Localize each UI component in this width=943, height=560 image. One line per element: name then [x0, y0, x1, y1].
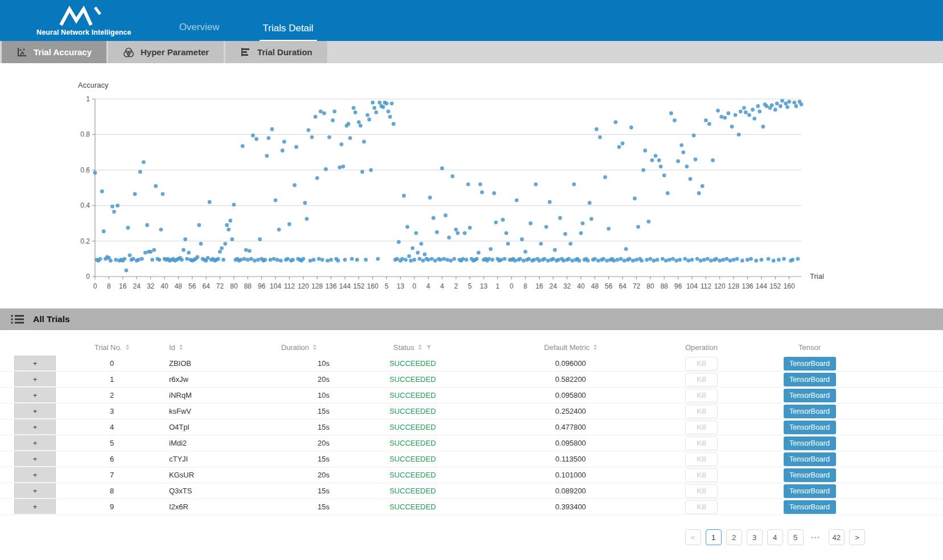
- scatter-point: [230, 237, 234, 241]
- kill-button[interactable]: Kill: [685, 437, 718, 450]
- column-header-status[interactable]: Status: [356, 343, 470, 352]
- scatter-point: [747, 113, 751, 117]
- scatter-point: [348, 136, 352, 140]
- scatter-point: [721, 258, 725, 262]
- nav-trials-detail[interactable]: Trials Detail: [260, 23, 317, 41]
- id-cell: I2x6R: [168, 503, 242, 511]
- expand-row-button[interactable]: +: [14, 356, 56, 371]
- id-cell: cTYJI: [168, 455, 242, 463]
- page-button-1[interactable]: 1: [706, 529, 722, 545]
- table-row: +1r6xJw20sSUCCEEDED0.582200KillTensorBoa…: [0, 372, 943, 388]
- sort-carets-icon[interactable]: [594, 344, 597, 350]
- expand-row-button[interactable]: +: [14, 483, 56, 499]
- expand-row-button[interactable]: +: [14, 388, 56, 403]
- logo-title: Neural Network Intelligence: [36, 28, 131, 36]
- column-header-id[interactable]: Id: [168, 343, 242, 352]
- tensorboard-button[interactable]: TensorBoard: [784, 389, 836, 402]
- page-button-2[interactable]: 2: [726, 529, 742, 545]
- tab-strip: Trial Accuracy Hyper Parameter Trial Dur…: [0, 41, 943, 63]
- scatter-point: [756, 104, 760, 108]
- tensorboard-button[interactable]: TensorBoard: [784, 500, 836, 514]
- tensorboard-button[interactable]: TensorBoard: [784, 484, 836, 498]
- page-button-5[interactable]: 5: [788, 529, 804, 545]
- scatter-point: [102, 229, 106, 233]
- table-row: +3ksFwV15sSUCCEEDED0.252400KillTensorBoa…: [0, 403, 943, 419]
- filter-funnel-icon[interactable]: [426, 344, 432, 351]
- default-metric-cell: 0.582200: [470, 375, 672, 384]
- tensorboard-button[interactable]: TensorBoard: [784, 452, 836, 466]
- tensor-cell: TensorBoard: [731, 484, 888, 498]
- scatter-point: [402, 194, 406, 198]
- default-metric-cell: 0.089200: [470, 487, 672, 495]
- column-header-default_metric[interactable]: Default Metric: [470, 343, 672, 352]
- nav-overview[interactable]: Overview: [176, 22, 223, 41]
- expand-row-button[interactable]: +: [14, 451, 56, 467]
- sort-carets-icon[interactable]: [418, 344, 422, 350]
- expand-row-button[interactable]: +: [14, 403, 56, 419]
- pagination-ellipsis[interactable]: •••: [808, 534, 824, 541]
- status-cell: SUCCEEDED: [356, 359, 470, 368]
- kill-button[interactable]: Kill: [685, 468, 718, 482]
- default-metric-cell: 0.096000: [470, 359, 672, 368]
- scatter-point: [218, 250, 222, 254]
- prev-page-button[interactable]: <: [685, 529, 701, 545]
- sort-carets-icon[interactable]: [179, 344, 183, 350]
- kill-button[interactable]: Kill: [685, 500, 718, 514]
- kill-button[interactable]: Kill: [685, 484, 718, 498]
- page-button-4[interactable]: 4: [767, 529, 783, 545]
- x-tick-label: 48: [591, 282, 599, 290]
- id-cell: ksFwV: [168, 407, 242, 415]
- tensorboard-button[interactable]: TensorBoard: [784, 357, 836, 370]
- scatter-point: [695, 257, 699, 261]
- expand-row-button[interactable]: +: [14, 499, 56, 514]
- scatter-point: [294, 145, 298, 149]
- kill-button[interactable]: Kill: [685, 452, 718, 466]
- scatter-point: [185, 257, 189, 261]
- scatter-point: [249, 257, 253, 261]
- scatter-point: [586, 259, 590, 263]
- kill-button[interactable]: Kill: [685, 421, 718, 434]
- tensorboard-button[interactable]: TensorBoard: [784, 405, 836, 418]
- sort-carets-icon[interactable]: [313, 344, 316, 350]
- tensor-cell: TensorBoard: [731, 421, 888, 434]
- scatter-point: [128, 253, 132, 257]
- scatter-point: [617, 145, 621, 149]
- default-metric-cell: 0.095800: [470, 439, 672, 447]
- accuracy-chart[interactable]: 00.20.40.60.8108162432404856647280889610…: [0, 63, 943, 305]
- next-page-button[interactable]: >: [849, 529, 865, 545]
- expand-row-button[interactable]: +: [14, 467, 56, 483]
- scatter-point: [761, 125, 765, 129]
- tab-trial-duration[interactable]: Trial Duration: [225, 41, 327, 63]
- page-button-42[interactable]: 42: [829, 529, 845, 545]
- x-tick-label: 160: [367, 282, 378, 290]
- expand-row-button[interactable]: +: [14, 435, 56, 451]
- kill-button[interactable]: Kill: [685, 357, 718, 370]
- expand-row-button[interactable]: +: [14, 372, 56, 387]
- tensorboard-button[interactable]: TensorBoard: [784, 437, 836, 450]
- tab-hyper-parameter[interactable]: Hyper Parameter: [108, 41, 224, 63]
- tab-trial-accuracy[interactable]: Trial Accuracy: [2, 41, 106, 63]
- default-metric-cell: 0.393400: [470, 503, 672, 511]
- x-tick-label: 4: [440, 282, 444, 290]
- page-button-3[interactable]: 3: [747, 529, 763, 545]
- column-header-duration[interactable]: Duration: [242, 343, 356, 352]
- column-header-trial_no[interactable]: Trial No.: [56, 343, 168, 352]
- scatter-point: [428, 196, 432, 200]
- scatter-point: [553, 248, 557, 252]
- expand-row-button[interactable]: +: [14, 419, 56, 435]
- tensorboard-button[interactable]: TensorBoard: [784, 421, 836, 434]
- scatter-point: [489, 247, 493, 251]
- scatter-point: [544, 225, 548, 229]
- scatter-point: [447, 236, 451, 240]
- kill-button[interactable]: Kill: [685, 373, 718, 386]
- tensorboard-button[interactable]: TensorBoard: [784, 373, 836, 386]
- sort-carets-icon[interactable]: [126, 344, 129, 350]
- scatter-point: [701, 184, 705, 188]
- scatter-point: [588, 201, 592, 205]
- tensorboard-button[interactable]: TensorBoard: [784, 468, 836, 482]
- x-tick-label: 5: [385, 282, 389, 290]
- x-tick-label: 88: [660, 282, 668, 290]
- kill-button[interactable]: Kill: [685, 389, 718, 402]
- kill-button[interactable]: Kill: [685, 405, 718, 418]
- x-tick-label: 16: [536, 282, 543, 290]
